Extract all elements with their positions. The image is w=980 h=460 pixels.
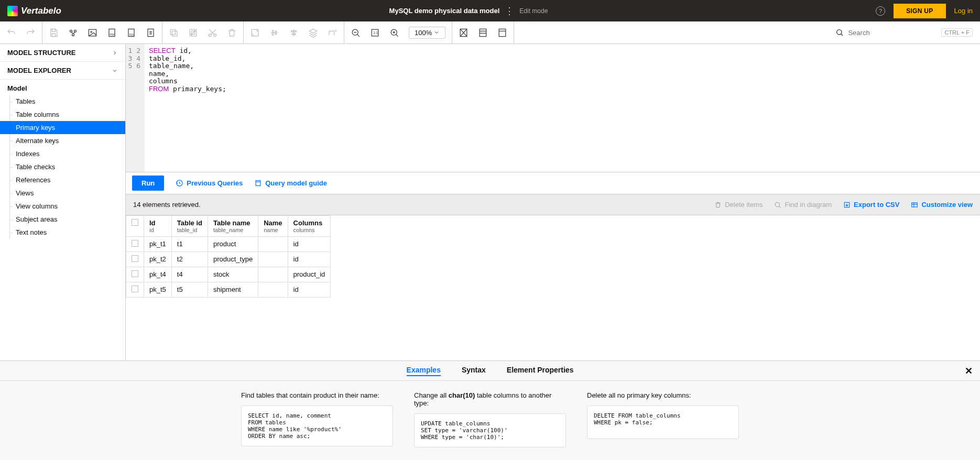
- table-cell: stock: [208, 267, 258, 282]
- more-menu-icon[interactable]: ⋮: [505, 6, 514, 16]
- svg-point-4: [91, 31, 92, 32]
- find-in-diagram-link[interactable]: Find in diagram: [774, 201, 832, 209]
- bottom-tab[interactable]: Element Properties: [507, 366, 574, 376]
- table-row[interactable]: pk_t2t2product_typeid: [126, 252, 331, 267]
- view-mode-2-icon[interactable]: [478, 28, 488, 38]
- editor-code[interactable]: SELECT id, table_id, table_name, name, c…: [145, 44, 980, 172]
- signup-button[interactable]: SIGN UP: [894, 4, 945, 18]
- example-code[interactable]: SELECT id, name, comment FROM tables WHE…: [241, 406, 393, 446]
- row-checkbox[interactable]: [132, 240, 138, 247]
- align-h-icon[interactable]: [269, 28, 279, 38]
- login-link[interactable]: Log in: [954, 7, 973, 15]
- run-button[interactable]: Run: [132, 176, 164, 191]
- tree-item[interactable]: View columns: [0, 200, 125, 213]
- previous-queries-link[interactable]: Previous Queries: [176, 179, 243, 187]
- row-checkbox[interactable]: [132, 286, 138, 292]
- export-csv-link[interactable]: Export to CSV: [843, 201, 899, 209]
- customize-view-link[interactable]: Customize view: [911, 201, 973, 209]
- pdf-icon[interactable]: PDF: [107, 28, 117, 38]
- svg-point-1: [74, 30, 76, 32]
- table-cell: [258, 282, 288, 298]
- align-v-icon[interactable]: [289, 28, 299, 38]
- table-row[interactable]: pk_t4t4stockproduct_id: [126, 267, 331, 282]
- column-header[interactable]: Table idtable_id: [171, 216, 208, 237]
- example-code[interactable]: DELETE FROM table_columns WHERE pk = fal…: [587, 406, 739, 439]
- delete-items-link[interactable]: Delete items: [714, 201, 763, 209]
- table-row[interactable]: pk_t1t1productid: [126, 237, 331, 252]
- results-summary: 14 elements retrieved.: [133, 201, 201, 209]
- tree-item[interactable]: Table columns: [0, 108, 125, 121]
- model-structure-header[interactable]: MODEL STRUCTURE: [0, 44, 125, 62]
- table-cell: [258, 252, 288, 267]
- logo-mark-icon: [7, 6, 18, 16]
- example-code[interactable]: UPDATE table_columns SET type = 'varchar…: [414, 413, 566, 447]
- svg-point-26: [776, 202, 780, 206]
- undo-icon[interactable]: [6, 28, 16, 38]
- delete-icon[interactable]: [227, 28, 237, 38]
- model-explorer-header[interactable]: MODEL EXPLORER: [0, 62, 125, 80]
- share-icon[interactable]: [68, 28, 78, 38]
- search-icon: [774, 201, 781, 209]
- tree-item[interactable]: Tables: [0, 95, 125, 108]
- row-checkbox[interactable]: [132, 270, 138, 277]
- view-mode-3-icon[interactable]: [497, 28, 507, 38]
- zoom-in-icon[interactable]: [389, 28, 399, 38]
- tree-item[interactable]: Text notes: [0, 226, 125, 239]
- zoom-out-icon[interactable]: [351, 28, 361, 38]
- history-icon: [176, 179, 183, 187]
- tree-item[interactable]: Indexes: [0, 147, 125, 160]
- table-cell: id: [288, 282, 331, 298]
- view-mode-1-icon[interactable]: [459, 28, 469, 38]
- svg-rect-25: [256, 181, 260, 186]
- table-cell: shipment: [208, 282, 258, 298]
- tree-item[interactable]: Views: [0, 187, 125, 200]
- svg-point-2: [72, 34, 74, 36]
- query-guide-link[interactable]: Query model guide: [254, 179, 327, 187]
- tree-item[interactable]: Alternate keys: [0, 134, 125, 147]
- row-checkbox[interactable]: [132, 255, 138, 262]
- example-title: Delete all no primary key columns:: [587, 391, 739, 399]
- tree-item[interactable]: Subject areas: [0, 213, 125, 226]
- tree-item[interactable]: References: [0, 173, 125, 187]
- close-panel-icon[interactable]: ✕: [965, 365, 973, 377]
- results-header: 14 elements retrieved. Delete items Find…: [126, 194, 980, 215]
- bottom-tab[interactable]: Syntax: [462, 366, 486, 376]
- tree-item[interactable]: Primary keys: [0, 121, 125, 134]
- column-header[interactable]: Columnscolumns: [288, 216, 331, 237]
- help-icon[interactable]: ?: [876, 6, 885, 16]
- xml-icon[interactable]: [146, 28, 156, 38]
- save-icon[interactable]: [49, 28, 59, 38]
- column-header[interactable]: Table nametable_name: [208, 216, 258, 237]
- tree-root[interactable]: Model: [0, 82, 125, 95]
- table-cell: id: [288, 252, 331, 267]
- redo-icon[interactable]: [26, 28, 36, 38]
- column-header[interactable]: Namename: [258, 216, 288, 237]
- table-row[interactable]: pk_t5t5shipmentid: [126, 282, 331, 298]
- image-icon[interactable]: [88, 28, 97, 38]
- search-input[interactable]: [848, 29, 937, 37]
- layers-icon[interactable]: [308, 28, 318, 38]
- svg-rect-22: [480, 29, 486, 36]
- zoom-level-select[interactable]: 100%: [409, 27, 445, 39]
- no-copy-icon[interactable]: [188, 28, 198, 38]
- example-title: Find tables that contain product in thei…: [241, 391, 393, 399]
- svg-rect-28: [912, 202, 918, 206]
- sql-editor[interactable]: 1 2 3 4 5 6 SELECT id, table_id, table_n…: [126, 44, 980, 172]
- cut-icon[interactable]: [208, 28, 217, 38]
- copy-icon[interactable]: [169, 28, 179, 38]
- example-card: Find tables that contain product in thei…: [241, 391, 393, 447]
- bottom-tab[interactable]: Examples: [407, 366, 441, 376]
- resize-icon[interactable]: [250, 28, 260, 38]
- select-all-checkbox[interactable]: [132, 219, 138, 226]
- brand-logo[interactable]: Vertabelo: [7, 6, 61, 16]
- tree-item[interactable]: Table checks: [0, 160, 125, 173]
- svg-point-0: [70, 30, 72, 32]
- sql-icon[interactable]: SQL: [126, 28, 136, 38]
- results-table: IdidTable idtable_idTable nametable_name…: [126, 215, 331, 298]
- connector-icon[interactable]: [328, 28, 337, 38]
- table-cell: pk_t4: [144, 267, 172, 282]
- zoom-fit-icon[interactable]: 1:1: [370, 28, 380, 38]
- example-title: Change all char(10) table columns to ano…: [414, 391, 566, 407]
- examples-row: Find tables that contain product in thei…: [0, 381, 980, 460]
- column-header[interactable]: Idid: [144, 216, 172, 237]
